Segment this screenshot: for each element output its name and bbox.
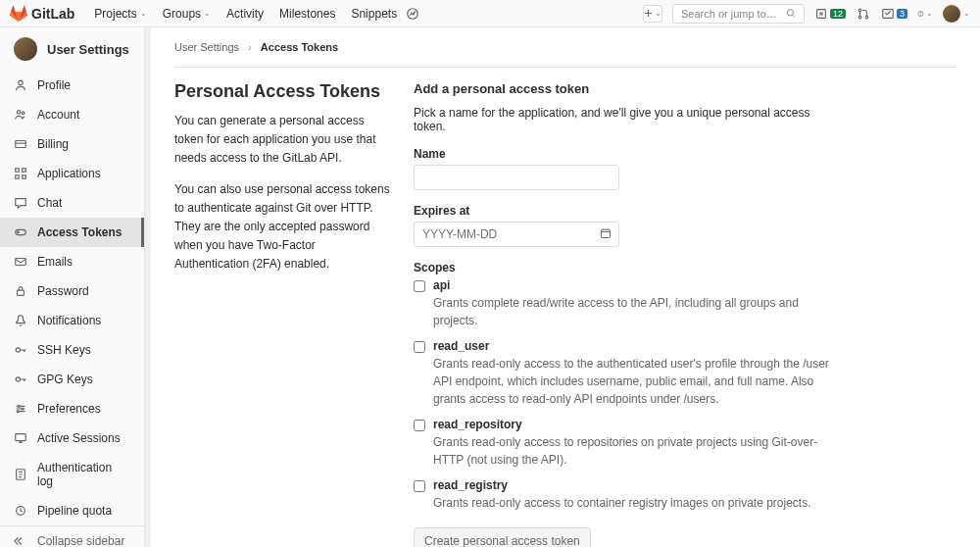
svg-rect-19 (16, 259, 26, 266)
merge-request-icon[interactable] (856, 6, 871, 22)
breadcrumb: User Settings › Access Tokens (151, 27, 980, 59)
brand-name[interactable]: GitLab (31, 6, 74, 22)
sidebar-item-ssh-keys[interactable]: SSH Keys (0, 335, 144, 365)
scope-name: read_registry (433, 478, 845, 492)
expires-input-wrap (414, 222, 619, 247)
sidebar-item-account[interactable]: Account (0, 100, 144, 129)
chevron-down-icon: ⌄ (655, 9, 662, 18)
scope-name: read_user (433, 339, 845, 353)
log-icon (14, 468, 27, 481)
sidebar-item-pipeline-quota[interactable]: Pipeline quota (0, 496, 144, 525)
sidebar-item-applications[interactable]: Applications (0, 159, 144, 188)
todos-link[interactable]: 3 (881, 7, 907, 21)
scope-read-user: read_user Grants read-only access to the… (414, 339, 845, 408)
main-container: User Settings Profile Account Billing Ap… (0, 27, 980, 547)
svg-point-9 (19, 80, 23, 84)
svg-point-22 (16, 377, 20, 381)
search-input[interactable] (681, 8, 786, 20)
sidebar-item-notifications[interactable]: Notifications (0, 306, 144, 335)
svg-point-1 (787, 10, 793, 16)
sidebar-item-preferences[interactable]: Preferences (0, 394, 144, 423)
svg-rect-2 (817, 9, 826, 18)
collapse-icon (14, 534, 27, 547)
sidebar-item-label: Account (37, 108, 79, 122)
svg-point-11 (22, 112, 24, 115)
gitlab-logo-icon[interactable] (10, 5, 27, 23)
account-icon (14, 108, 27, 122)
svg-rect-14 (23, 169, 26, 173)
svg-rect-13 (16, 169, 20, 173)
sidebar-avatar-icon (14, 37, 37, 61)
sidebar-item-emails[interactable]: Emails (0, 247, 144, 276)
content: User Settings › Access Tokens Personal A… (151, 27, 980, 547)
monitor-icon (14, 431, 27, 445)
scope-read-user-checkbox[interactable] (414, 341, 425, 353)
chevron-down-icon: ⌄ (204, 9, 211, 18)
svg-point-21 (16, 348, 20, 352)
expires-input[interactable] (414, 222, 619, 247)
user-menu[interactable]: ⌄ (943, 5, 970, 23)
divider (174, 67, 956, 68)
help-icon[interactable]: ⌄ (917, 6, 933, 22)
sidebar-items: Profile Account Billing Applications Cha… (0, 71, 144, 525)
scope-read-repository-checkbox[interactable] (414, 420, 425, 431)
sidebar-item-profile[interactable]: Profile (0, 71, 144, 100)
scope-desc: Grants read-only access to the authentic… (433, 355, 845, 408)
sidebar-item-label: Chat (37, 196, 62, 210)
svg-rect-12 (16, 141, 26, 148)
scope-read-registry: read_registry Grants read-only access to… (414, 478, 845, 512)
scope-api-checkbox[interactable] (414, 280, 425, 292)
scope-text: api Grants complete read/write access to… (433, 278, 845, 329)
svg-point-24 (22, 408, 24, 410)
scope-text: read_registry Grants read-only access to… (433, 478, 845, 512)
svg-point-23 (18, 405, 20, 407)
scope-text: read_user Grants read-only access to the… (433, 339, 845, 408)
left-column: Personal Access Tokens You can generate … (174, 81, 390, 547)
breadcrumb-parent[interactable]: User Settings (174, 41, 239, 53)
plus-button[interactable]: ⌄ (643, 5, 662, 23)
sidebar-item-auth-log[interactable]: Authentication log (0, 453, 144, 496)
sidebar-item-label: Access Tokens (37, 225, 122, 239)
profile-icon (14, 78, 27, 92)
applications-icon (14, 167, 27, 180)
two-column: Personal Access Tokens You can generate … (174, 81, 956, 547)
nav-projects[interactable]: Projects⌄ (86, 1, 154, 26)
bell-icon (14, 314, 27, 327)
nav-snippets[interactable]: Snippets (343, 1, 405, 26)
sidebar-item-password[interactable]: Password (0, 276, 144, 306)
chart-icon[interactable] (405, 6, 420, 22)
nav-groups[interactable]: Groups⌄ (155, 1, 219, 26)
sidebar-item-gpg-keys[interactable]: GPG Keys (0, 365, 144, 394)
svg-point-25 (17, 411, 19, 413)
scope-desc: Grants read-only access to container reg… (433, 494, 845, 512)
svg-rect-26 (16, 434, 26, 441)
issues-link[interactable]: 12 (814, 7, 846, 21)
svg-point-3 (858, 9, 861, 12)
nav-groups-label: Groups (163, 7, 201, 21)
create-token-button[interactable]: Create personal access token (414, 527, 591, 547)
right-column: Add a personal access token Pick a name … (414, 81, 845, 547)
issues-badge: 12 (830, 9, 846, 19)
sidebar-item-billing[interactable]: Billing (0, 129, 144, 159)
name-input[interactable] (414, 165, 619, 190)
scope-read-registry-checkbox[interactable] (414, 480, 425, 492)
nav-activity[interactable]: Activity (219, 1, 271, 26)
sidebar-item-chat[interactable]: Chat (0, 188, 144, 218)
sidebar-item-active-sessions[interactable]: Active Sessions (0, 423, 144, 453)
page-desc-2: You can also use personal access tokens … (174, 180, 390, 274)
header-right: ⌄ 12 3 ⌄ ⌄ (643, 4, 970, 24)
svg-point-10 (18, 111, 22, 115)
sidebar-item-label: Emails (37, 255, 73, 269)
scope-api: api Grants complete read/write access to… (414, 278, 845, 329)
todos-badge: 3 (897, 9, 907, 19)
header-left: GitLab Projects⌄ Groups⌄ Activity Milest… (10, 1, 420, 26)
sidebar-item-label: SSH Keys (37, 343, 91, 357)
search-box[interactable] (672, 4, 805, 24)
expires-label: Expires at (414, 204, 845, 218)
billing-icon (14, 137, 27, 151)
sidebar-item-access-tokens[interactable]: Access Tokens (0, 218, 144, 247)
collapse-sidebar-button[interactable]: Collapse sidebar (0, 525, 144, 547)
sidebar-item-label: Preferences (37, 402, 101, 416)
preferences-icon (14, 402, 27, 416)
nav-milestones[interactable]: Milestones (271, 1, 343, 26)
